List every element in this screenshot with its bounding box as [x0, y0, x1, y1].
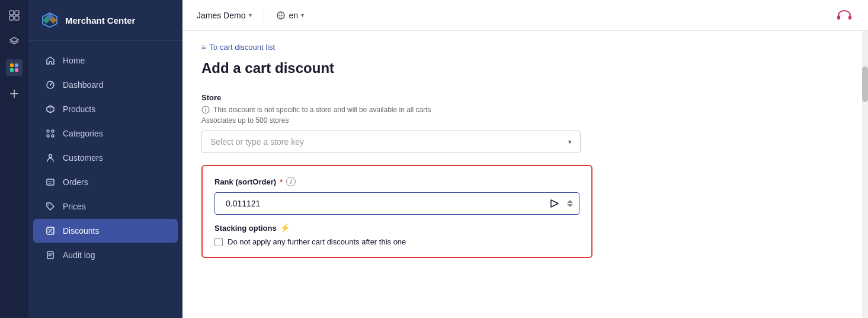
rank-label: Rank (sortOrder) * i	[214, 177, 579, 186]
lang-code: en	[289, 11, 298, 20]
sidebar-item-discounts[interactable]: Discounts	[33, 219, 178, 243]
categories-icon	[45, 128, 56, 139]
store-info-text: This discount is not specific to a store…	[213, 106, 431, 114]
svg-rect-2	[9, 16, 14, 20]
store-chevron: ▾	[249, 12, 252, 18]
categories-label: Categories	[63, 129, 103, 138]
svg-rect-3	[15, 16, 19, 20]
lightning-icon: ⚡	[280, 223, 290, 233]
content-area: ≡ To cart discount list Add a cart disco…	[182, 31, 868, 318]
store-subinfo: Associates up to 500 stores	[201, 116, 849, 125]
audit-log-icon	[45, 250, 56, 260]
main-area: James Demo ▾ en ▾ ≡ To cart discount lis…	[182, 0, 868, 318]
products-icon	[45, 104, 56, 115]
sidebar-header: Merchant Center	[28, 0, 182, 41]
sidebar-item-prices[interactable]: Prices	[33, 195, 178, 218]
brand-name: Merchant Center	[65, 15, 135, 26]
orders-icon	[45, 177, 56, 187]
breadcrumb-icon: ≡	[201, 43, 206, 52]
sidebar-item-orders[interactable]: Orders	[33, 170, 178, 194]
svg-rect-4	[10, 63, 14, 67]
scrollbar-thumb[interactable]	[862, 66, 868, 102]
layers-icon[interactable]	[6, 33, 23, 50]
store-section: Store This discount is not specific to a…	[201, 93, 849, 153]
merchant-center-logo	[40, 11, 59, 30]
dashboard-icon	[45, 80, 56, 90]
svg-rect-6	[10, 68, 14, 72]
store-label: Store	[201, 93, 849, 102]
stacking-label-text: Stacking options	[214, 224, 277, 233]
audit-log-label: Audit log	[63, 250, 95, 260]
sidebar-item-audit-log[interactable]: Audit log	[33, 243, 178, 267]
customers-icon	[45, 152, 56, 163]
svg-point-18	[49, 205, 50, 206]
page-title: Add a cart discount	[201, 60, 849, 77]
svg-rect-0	[9, 11, 14, 15]
store-select-chevron: ▾	[568, 138, 572, 146]
store-info: This discount is not specific to a store…	[201, 106, 849, 114]
topbar: James Demo ▾ en ▾	[182, 0, 868, 31]
rank-play-icon	[548, 198, 560, 209]
store-select-dropdown[interactable]: Select or type a store key ▾	[201, 131, 581, 153]
globe-icon	[276, 11, 286, 20]
info-circle-icon	[201, 106, 210, 114]
svg-point-11	[50, 84, 51, 85]
svg-point-14	[47, 135, 49, 137]
breadcrumb[interactable]: ≡ To cart discount list	[201, 43, 849, 52]
user-avatar[interactable]	[835, 6, 854, 25]
svg-point-12	[47, 130, 49, 132]
rank-section: Rank (sortOrder) * i Stacking options	[201, 165, 592, 258]
store-selector[interactable]: James Demo ▾	[197, 11, 252, 20]
store-select-placeholder: Select or type a store key	[210, 137, 304, 147]
sidebar-item-home[interactable]: Home	[33, 49, 178, 72]
stacking-label: Stacking options ⚡	[214, 223, 579, 233]
rank-spinner[interactable]	[567, 200, 573, 207]
svg-point-13	[52, 130, 54, 132]
svg-rect-7	[15, 68, 18, 72]
breadcrumb-text: To cart discount list	[210, 43, 276, 52]
sidebar-item-dashboard[interactable]: Dashboard	[33, 73, 178, 97]
prices-icon	[45, 201, 56, 212]
checkbox-label: Do not apply any further cart discounts …	[228, 237, 406, 246]
discounts-icon	[45, 225, 56, 236]
checkbox-row: Do not apply any further cart discounts …	[214, 237, 579, 246]
required-marker: *	[280, 177, 283, 186]
rank-input-row	[214, 192, 579, 215]
language-selector[interactable]: en ▾	[276, 11, 304, 20]
icon-rail	[0, 0, 28, 318]
orders-label: Orders	[63, 177, 88, 187]
sidebar-nav: Home Dashboard Products	[28, 41, 182, 318]
rank-label-text: Rank (sortOrder)	[214, 177, 276, 186]
store-name: James Demo	[197, 11, 245, 20]
products-label: Products	[63, 104, 95, 114]
grid-icon[interactable]	[6, 7, 23, 24]
topbar-divider	[264, 9, 264, 21]
sidebar: Merchant Center Home Dashboard	[28, 0, 182, 318]
home-label: Home	[63, 56, 85, 65]
sidebar-item-categories[interactable]: Categories	[33, 122, 178, 145]
scrollbar[interactable]	[862, 31, 868, 318]
lang-chevron: ▾	[301, 12, 304, 18]
dashboard-label: Dashboard	[63, 80, 104, 90]
sidebar-item-customers[interactable]: Customers	[33, 146, 178, 170]
customers-label: Customers	[63, 153, 103, 163]
plus-icon[interactable]	[6, 85, 23, 102]
svg-rect-5	[15, 63, 18, 67]
home-icon	[45, 55, 56, 66]
svg-rect-23	[848, 15, 851, 20]
headphones-icon	[836, 9, 853, 21]
rank-input[interactable]	[221, 193, 548, 214]
sidebar-item-products[interactable]: Products	[33, 97, 178, 121]
svg-point-15	[52, 135, 54, 137]
svg-point-16	[49, 155, 52, 158]
discounts-label: Discounts	[63, 226, 99, 236]
svg-rect-1	[15, 11, 19, 15]
stack-icon[interactable]	[6, 59, 23, 76]
svg-rect-22	[837, 15, 840, 20]
no-further-discounts-checkbox[interactable]	[214, 238, 223, 246]
rank-info-icon[interactable]: i	[286, 177, 296, 186]
svg-rect-20	[47, 252, 53, 259]
svg-rect-17	[47, 179, 54, 185]
prices-label: Prices	[63, 202, 86, 211]
